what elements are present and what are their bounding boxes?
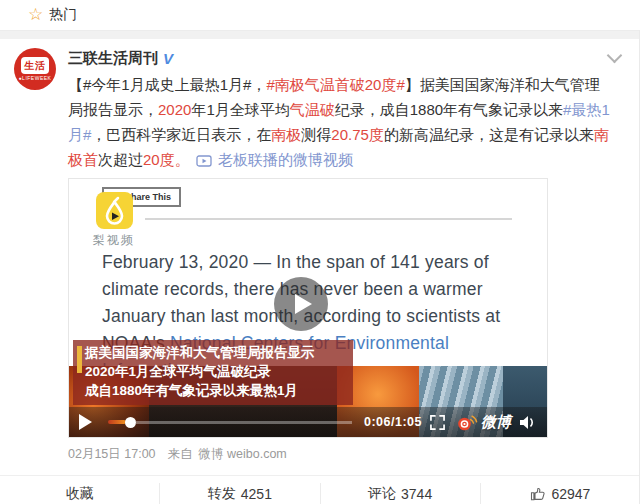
banner-line: 2020年1月全球平均气温破纪录 [85,362,347,381]
post-meta: 02月15日 17:00 来自 微博 weibo.com [68,446,614,463]
post-header: 三联生活周刊 V [68,48,614,68]
weibo-post-card: 生活 ●LIFEWEEK 三联生活周刊 V 【#今年1月成史上最热1月#，#南极… [0,39,640,504]
author-name[interactable]: 三联生活周刊 [68,49,158,68]
post-text-segment: 的新高温纪录，这是有记录以来 [384,126,594,143]
time-display: 0:06/1:05 [364,415,422,429]
favorite-button[interactable]: 收藏 [0,483,159,504]
source-prefix: 来自 [168,446,193,463]
section-divider [0,31,640,39]
pear-video-logo-icon [96,192,133,229]
progress-track [136,421,352,424]
post-text-segment[interactable]: 20.75度 [331,126,384,143]
banner-accent-bar [77,346,82,373]
post-text-segment[interactable]: 20度。 [143,151,190,168]
progress-handle[interactable] [125,417,136,428]
thumbs-up-icon [530,486,546,502]
hot-star-icon: ☆ [28,6,43,23]
player-controls: 0:06/1:05 微博 [69,407,547,437]
post-text-segment: 纪录，成自1880年有气象记录以来 [335,101,563,118]
avatar-logo-subtext: ●LIFEWEEK [19,75,52,81]
volume-icon[interactable] [519,415,537,430]
post-text-segment: 次超过 [98,151,143,168]
comment-count: 3744 [401,486,432,502]
video-subtitle-banner: 据美国国家海洋和大气管理局报告显示2020年1月全球平均气温破纪录成自1880年… [73,340,353,405]
progress-fill [108,420,126,424]
repost-label: 转发 [208,485,236,503]
post-text-segment: ，巴西科学家近日表示，在 [91,126,271,143]
weibo-logo: 微博 [457,413,511,432]
pear-video-watermark: 梨视频 [93,232,135,249]
post-text-segment[interactable]: 南极 [271,126,301,143]
progress-bar[interactable] [108,417,352,428]
post-text-segment[interactable]: 气温破 [290,101,335,118]
comment-button[interactable]: 评论 3744 [320,483,480,504]
post-text: 【#今年1月成史上最热1月#，#南极气温首破20度#】据美国国家海洋和大气管理局… [68,72,614,172]
like-button[interactable]: 62947 [480,483,640,504]
post-text-segment: 【#今年1月成史上最热1月#， [68,76,266,93]
comment-label: 评论 [368,485,396,503]
repost-button[interactable]: 转发 4251 [159,483,319,504]
action-bar: 收藏 转发 4251 评论 3744 62947 [0,475,640,504]
banner-line: 据美国国家海洋和大气管理局报告显示 [85,343,347,362]
play-button[interactable] [274,277,328,331]
like-count: 62947 [551,486,590,502]
avatar[interactable]: 生活 ●LIFEWEEK [14,48,56,90]
hot-topics-label: 热门 [49,6,77,24]
play-icon [295,294,312,314]
post-text-segment[interactable]: 老板联播的微博视频 [218,151,353,168]
post-text-segment: 年1月全球平均 [191,101,289,118]
video-link-icon[interactable] [196,155,212,167]
avatar-logo-text: 生活 [21,57,49,74]
quote-divider-line [145,218,512,220]
banner-line: 成自1880年有气象记录以来最热1月 [85,381,347,400]
hot-topics-bar[interactable]: ☆ 热门 [0,0,640,31]
post-text-segment[interactable]: #南极气温首破20度# [266,76,404,93]
repost-count: 4251 [241,486,272,502]
weibo-eye-icon [457,414,478,431]
post-text-segment: 测得 [301,126,331,143]
favorite-label: 收藏 [66,485,94,503]
verified-badge-icon: V [163,50,173,67]
player-play-icon[interactable] [79,414,92,430]
video-player[interactable]: Share This 梨视频 February 13, 2020 — In th… [68,178,548,438]
post-text-segment[interactable]: 2020 [158,101,191,118]
weibo-logo-text: 微博 [481,413,511,432]
source-link[interactable]: 微博 weibo.com [199,446,287,463]
post-timestamp: 02月15日 17:00 [68,446,156,463]
fullscreen-icon[interactable] [430,415,445,430]
